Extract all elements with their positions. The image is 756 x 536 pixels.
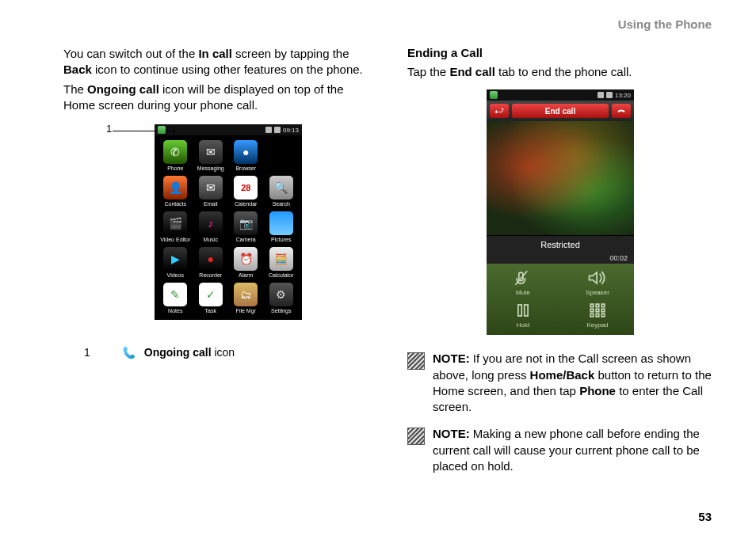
bold-incall: In call	[198, 47, 232, 60]
bold-back: Back	[63, 63, 92, 76]
bold-homeback: Home/Back	[530, 368, 595, 382]
app-calculator[interactable]: 🧮Calculator	[264, 247, 300, 278]
app-settings[interactable]: ⚙Settings	[264, 283, 300, 314]
keypad-icon	[584, 301, 611, 320]
app-label: Calculator	[269, 272, 294, 278]
mute-button[interactable]: Mute	[493, 268, 553, 296]
app-task[interactable]: ✓Task	[193, 283, 229, 314]
messaging-icon: ✉	[199, 140, 223, 164]
alarm-icon: ⏰	[234, 247, 258, 271]
left-column: You can switch out of the In call screen…	[63, 19, 369, 528]
app-video-editor[interactable]: 🎬Video Editor	[158, 211, 193, 242]
app-camera[interactable]: 📷Camera	[228, 211, 264, 242]
phone1-screenshot: 09:13 ✆Phone✉Messaging●Browser👤Contacts✉…	[155, 124, 302, 320]
phone2-screenshot: 13:20 ⮐ End call Restricted 00:02 Mute	[487, 89, 634, 335]
app-label: Recorder	[199, 272, 222, 278]
app-notes[interactable]: ✎Notes	[158, 283, 193, 314]
battery-icon	[274, 127, 281, 133]
paragraph-endcall: Tap the End call tab to end the phone ca…	[407, 64, 713, 80]
calculator-icon: 🧮	[269, 247, 293, 271]
calendar-icon: 28	[234, 176, 258, 200]
svg-rect-3	[525, 305, 528, 316]
file-mgr-icon: 🗂	[234, 283, 258, 306]
app-label: Videos	[167, 272, 184, 278]
speaker-button[interactable]: Speaker	[567, 268, 628, 296]
app-file-mgr[interactable]: 🗂File Mgr	[228, 283, 264, 314]
app-grid: ✆Phone✉Messaging●Browser👤Contacts✉Email2…	[155, 135, 302, 320]
text: The	[63, 82, 87, 96]
note-1-text: NOTE: If you are not in the Call screen …	[433, 351, 713, 415]
app-label: Camera	[236, 237, 256, 242]
svg-rect-6	[601, 304, 605, 307]
app-phone[interactable]: ✆Phone	[158, 140, 193, 171]
browser-icon: ●	[234, 140, 258, 164]
app-pictures[interactable]: Pictures	[264, 211, 300, 242]
svg-rect-7	[590, 310, 594, 313]
end-call-button[interactable]: End call	[512, 104, 609, 118]
callout-tick	[174, 127, 174, 134]
signal-icon	[265, 127, 272, 133]
ongoing-call-status-icon	[158, 126, 166, 134]
text: icon to continue using other features on…	[92, 63, 363, 76]
svg-rect-2	[518, 305, 521, 316]
video-editor-icon: 🎬	[163, 211, 187, 235]
recorder-icon: ●	[199, 247, 223, 271]
app-contacts[interactable]: 👤Contacts	[158, 176, 193, 207]
text: You can switch out of the	[63, 47, 198, 60]
svg-rect-12	[601, 314, 605, 317]
svg-rect-9	[601, 310, 605, 313]
note-2-text: NOTE: Making a new phone call before end…	[433, 426, 713, 474]
bold-endcall: End call	[449, 65, 495, 78]
speaker-icon	[584, 268, 611, 287]
mute-label: Mute	[516, 289, 530, 296]
page-body: You can switch out of the In call screen…	[0, 0, 756, 536]
app-browser[interactable]: ●Browser	[228, 140, 264, 171]
legend-bold: Ongoing call	[144, 346, 212, 359]
hangup-icon-button[interactable]	[612, 104, 631, 118]
hold-button[interactable]: Hold	[493, 301, 553, 329]
settings-icon: ⚙	[269, 283, 293, 306]
note-icon	[407, 428, 425, 445]
svg-rect-10	[590, 314, 594, 317]
task-icon: ✓	[199, 283, 223, 306]
bold-phone: Phone	[579, 384, 616, 397]
legend-row: 1 Ongoing call icon	[84, 345, 369, 359]
app-label: Music	[204, 237, 218, 242]
speaker-label: Speaker	[586, 289, 609, 296]
keypad-label: Keypad	[586, 321, 608, 329]
mute-icon	[510, 268, 536, 287]
phone1-statusbar: 09:13	[155, 124, 302, 135]
ongoing-call-status-icon	[490, 91, 498, 99]
app-label: File Mgr	[236, 308, 256, 314]
call-controls: Mute Speaker Hold Keypad	[487, 264, 634, 335]
music-icon: ♪	[199, 211, 223, 235]
app-label: Video Editor	[160, 237, 190, 242]
paragraph-1: You can switch out of the In call screen…	[63, 46, 369, 78]
hangup-icon	[617, 106, 626, 116]
app-label: Settings	[271, 308, 291, 314]
note-label: NOTE:	[433, 352, 470, 365]
call-wallpaper	[487, 121, 634, 235]
app-calendar[interactable]: 28Calendar	[228, 176, 264, 207]
app-email[interactable]: ✉Email	[193, 176, 229, 207]
app-alarm[interactable]: ⏰Alarm	[228, 247, 264, 278]
app-label: Pictures	[271, 237, 291, 242]
text: screen by tapping the	[232, 47, 349, 60]
svg-rect-4	[590, 304, 594, 307]
app-label: Phone	[167, 165, 183, 171]
phone2-statusbar: 13:20	[487, 89, 634, 101]
paragraph-2: The Ongoing call icon will be displayed …	[63, 82, 369, 114]
svg-rect-11	[596, 314, 599, 317]
app-videos[interactable]: ▶Videos	[158, 247, 193, 278]
app-label: Contacts	[164, 201, 186, 207]
status-time: 13:20	[615, 92, 631, 99]
battery-icon	[606, 92, 613, 98]
app-messaging[interactable]: ✉Messaging	[193, 140, 229, 171]
app-music[interactable]: ♪Music	[193, 211, 229, 242]
app-label: Alarm	[239, 272, 253, 278]
keypad-button[interactable]: Keypad	[567, 301, 628, 329]
app-recorder[interactable]: ●Recorder	[193, 247, 229, 278]
app-search[interactable]: 🔍Search	[264, 176, 300, 207]
back-button[interactable]: ⮐	[490, 104, 509, 118]
note-icon	[407, 352, 425, 370]
